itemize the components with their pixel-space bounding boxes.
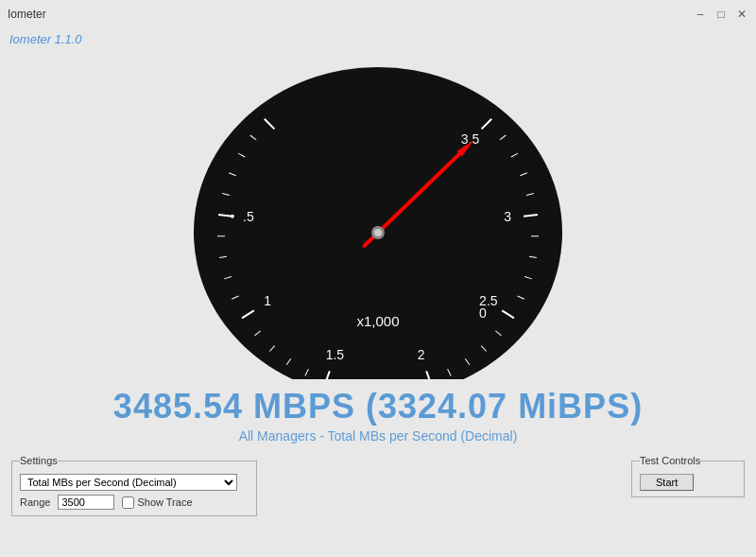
window-title: Iometer <box>8 8 46 21</box>
app-version: Iometer 1.1.0 <box>0 28 756 48</box>
svg-text:3: 3 <box>504 209 511 224</box>
readout-sub-label: All Managers - Total MBs per Second (Dec… <box>9 428 747 444</box>
svg-text:x1,000: x1,000 <box>356 313 399 329</box>
svg-text:1: 1 <box>264 293 271 308</box>
show-trace-label[interactable]: Show Trace <box>122 496 192 509</box>
svg-text:.5: .5 <box>243 209 254 224</box>
test-controls-group: Test Controls Start <box>631 455 745 497</box>
start-button[interactable]: Start <box>640 474 694 491</box>
readout-main-value: 3485.54 MBPS (3324.07 MiBPS) <box>9 387 747 426</box>
show-trace-text: Show Trace <box>137 496 192 508</box>
minimize-button[interactable]: – <box>694 8 707 21</box>
close-button[interactable]: ✕ <box>735 8 748 21</box>
svg-point-51 <box>374 229 382 236</box>
title-bar-buttons: – □ ✕ <box>694 8 748 21</box>
metric-dropdown[interactable]: Total MBs per Second (Decimal) <box>20 474 237 491</box>
maximize-button[interactable]: □ <box>714 8 728 21</box>
settings-legend: Settings <box>20 455 58 466</box>
settings-row: Range Show Trace <box>20 495 249 510</box>
gauge-container: 0 .5 1 1.5 2 <box>0 48 756 379</box>
show-trace-checkbox[interactable] <box>122 496 134 509</box>
gauge-wrapper: 0 .5 1 1.5 2 <box>180 58 576 379</box>
gauge-svg: 0 .5 1 1.5 2 <box>180 58 576 379</box>
bottom-panel: Settings Total MBs per Second (Decimal) … <box>0 449 756 522</box>
test-controls-legend: Test Controls <box>640 455 700 466</box>
range-input[interactable] <box>58 495 114 510</box>
title-bar: Iometer – □ ✕ <box>0 0 756 28</box>
svg-text:1.5: 1.5 <box>326 347 345 362</box>
readout: 3485.54 MBPS (3324.07 MiBPS) All Manager… <box>0 379 756 445</box>
svg-text:2.5: 2.5 <box>479 293 498 308</box>
settings-group: Settings Total MBs per Second (Decimal) … <box>11 455 257 516</box>
range-label: Range <box>20 496 50 508</box>
svg-text:2: 2 <box>418 347 425 362</box>
